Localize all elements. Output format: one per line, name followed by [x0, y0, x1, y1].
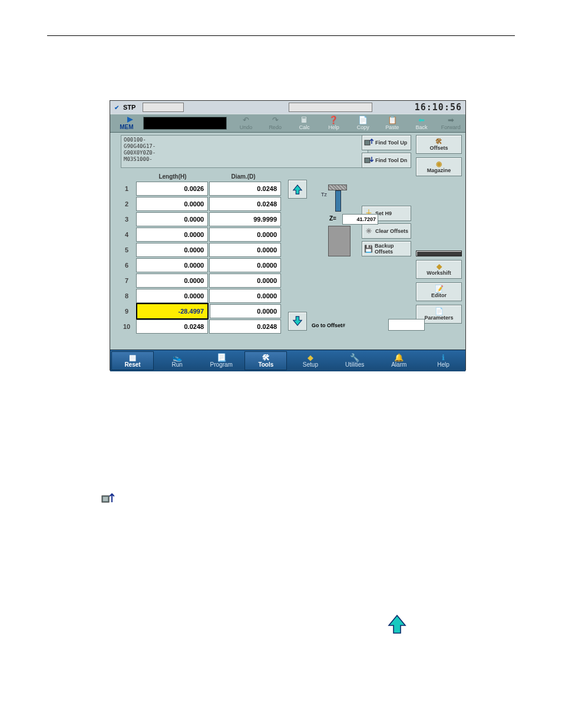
table-row: 50.00000.0000	[117, 242, 282, 258]
toolbit-icon	[335, 190, 341, 212]
dark-divider	[416, 251, 462, 256]
titlebar: ✔ STP 16:10:56	[110, 101, 465, 114]
length-cell[interactable]: 0.0000	[136, 228, 208, 242]
length-cell[interactable]: 0.0000	[136, 274, 208, 288]
find-tool-dn-button[interactable]: Find Tool Dn	[362, 153, 411, 168]
find-tool-up-button[interactable]: Find Tool Up	[362, 135, 411, 150]
length-cell[interactable]: 0.0248	[136, 319, 208, 334]
setup-icon: ◆	[308, 354, 313, 361]
calc-button[interactable]: 🖩Calc	[290, 114, 319, 132]
arrow-right-icon	[120, 117, 133, 123]
forward-button[interactable]: ➡Forward	[436, 114, 465, 132]
alarm-icon: 🔔	[394, 354, 404, 361]
table-row: 10.00260.0248	[117, 181, 282, 196]
row-number: 6	[117, 262, 136, 269]
scroll-up-button[interactable]	[288, 180, 307, 199]
offsets-icon: 🛠	[435, 138, 442, 145]
tools-icon: 🛠	[262, 354, 270, 361]
length-cell[interactable]: 0.0000	[136, 243, 208, 257]
diam-cell[interactable]: 0.0248	[209, 182, 281, 196]
diam-cell[interactable]: 0.0000	[209, 289, 281, 303]
z-label: Z=	[329, 215, 336, 222]
status-well-1	[143, 103, 184, 112]
forward-icon: ➡	[448, 117, 454, 124]
mode-label: MEM	[120, 124, 133, 130]
help-nav-button[interactable]: ℹHelp	[421, 350, 465, 371]
diam-cell[interactable]: 99.9999	[209, 212, 281, 226]
table-row: 9-28.49970.0000	[117, 304, 282, 319]
redo-button[interactable]: ↷Redo	[260, 114, 290, 132]
code-line: O00100-	[124, 137, 365, 143]
workshift-icon: ◆	[437, 263, 442, 270]
row-number: 3	[117, 216, 136, 223]
cnc-screenshot: ✔ STP 16:10:56 MEM ↶Undo ↷Redo 🖩Calc ❓He…	[110, 100, 466, 370]
undo-button[interactable]: ↶Undo	[232, 114, 261, 132]
copy-button[interactable]: 📄Copy	[348, 114, 378, 132]
row-number: 5	[117, 246, 136, 253]
code-line: G90G40G17-	[124, 143, 365, 150]
offsets-tab[interactable]: 🛠Offsets	[416, 135, 462, 154]
program-button[interactable]: 📃Program	[199, 350, 243, 371]
right-nav-column: 🛠Offsets ◉Magazine ◆Workshift 📝Editor 📄P…	[416, 135, 462, 327]
program-preview: O00100- G90G40G17- G00X0Y0Z0- M03S1000-	[121, 135, 368, 168]
diam-cell[interactable]: 0.0000	[210, 304, 281, 318]
page-rule	[47, 35, 515, 36]
tools-button[interactable]: 🛠Tools	[244, 351, 287, 370]
bottombar: ▦Reset 👟Run 📃Program 🛠Tools ◆Setup 🔧Util…	[110, 350, 465, 371]
command-field[interactable]	[143, 114, 232, 132]
paste-button[interactable]: 📋Paste	[378, 114, 407, 132]
goto-offset-input[interactable]	[388, 319, 425, 331]
command-input[interactable]	[143, 117, 227, 130]
editor-tab[interactable]: 📝Editor	[416, 282, 462, 301]
setup-button[interactable]: ◆Setup	[288, 350, 332, 371]
clock: 16:10:56	[415, 102, 462, 113]
editor-icon: 📝	[435, 285, 444, 292]
copy-icon: 📄	[358, 117, 368, 124]
parameters-icon: 📄	[435, 308, 444, 315]
tool-graphic-panel: Tz Z= 41.7207 Go to Offset#	[285, 179, 373, 332]
status-well-2	[289, 103, 372, 112]
length-cell[interactable]: 0.0000	[136, 197, 208, 211]
help-button[interactable]: ❓Help	[319, 114, 349, 132]
back-button[interactable]: ⬅Back	[407, 114, 437, 132]
table-row: 20.00000.0248	[117, 196, 282, 212]
scroll-down-button[interactable]	[288, 312, 307, 331]
row-number: 9	[117, 308, 136, 315]
row-number: 4	[117, 231, 136, 238]
alarm-button[interactable]: 🔔Alarm	[377, 350, 421, 371]
spindle-icon	[328, 185, 347, 190]
magazine-tab[interactable]: ◉Magazine	[416, 157, 462, 176]
table-row: 60.00000.0000	[117, 258, 282, 273]
diam-cell[interactable]: 0.0000	[209, 274, 281, 288]
length-cell[interactable]: 0.0000	[136, 258, 208, 272]
diam-cell[interactable]: 0.0248	[209, 197, 281, 211]
svg-rect-1	[365, 158, 370, 163]
length-cell[interactable]: 0.0026	[136, 182, 208, 196]
tz-label: Tz	[321, 192, 327, 197]
run-button[interactable]: 👟Run	[155, 350, 199, 371]
table-row: 30.000099.9999	[117, 212, 282, 227]
find-tool-up-inline-icon	[101, 492, 114, 505]
diam-cell[interactable]: 0.0000	[209, 243, 281, 257]
utilities-button[interactable]: 🔧Utilities	[333, 350, 377, 371]
row-number: 8	[117, 292, 136, 299]
reset-button[interactable]: ▦Reset	[111, 351, 154, 370]
code-line: M03S1000-	[124, 156, 365, 163]
run-icon: 👟	[173, 354, 182, 361]
mode-mem[interactable]: MEM	[110, 114, 143, 132]
col-length: Length(H)	[137, 173, 208, 180]
diam-cell[interactable]: 0.0000	[209, 228, 281, 242]
workshift-tab[interactable]: ◆Workshift	[416, 260, 462, 279]
tool-diagram: Tz Z= 41.7207	[312, 185, 365, 267]
diam-cell[interactable]: 0.0000	[209, 258, 281, 272]
length-cell[interactable]: 0.0000	[136, 212, 208, 226]
code-line: G00X0Y0Z0-	[124, 150, 365, 156]
svg-rect-3	[103, 497, 108, 501]
table-row: 80.00000.0000	[117, 288, 282, 304]
table-row: 70.00000.0000	[117, 273, 282, 288]
main-content: O00100- G90G40G17- G00X0Y0Z0- M03S1000- …	[110, 133, 465, 350]
length-cell[interactable]: -28.4997	[136, 303, 209, 319]
length-cell[interactable]: 0.0000	[136, 289, 208, 303]
col-diam: Diam.(D)	[208, 173, 279, 180]
diam-cell[interactable]: 0.0248	[209, 319, 281, 334]
